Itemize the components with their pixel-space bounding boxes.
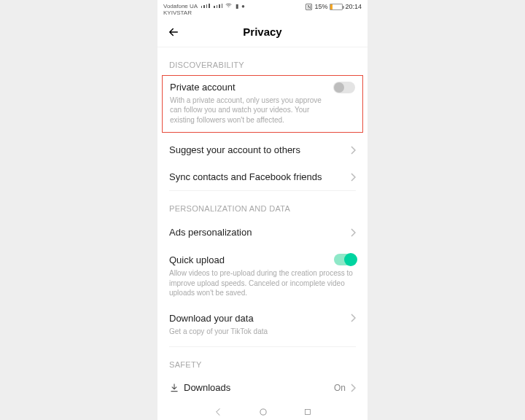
back-button[interactable] <box>166 25 181 39</box>
svg-rect-1 <box>306 410 311 415</box>
chat-icon: ● <box>241 3 245 9</box>
status-right: N 15% 20:14 <box>306 3 362 10</box>
sync-contacts-row[interactable]: Sync contacts and Facebook friends <box>158 163 368 190</box>
nav-recent-icon[interactable] <box>303 408 312 416</box>
battery-icon-small: ▮ <box>236 3 238 9</box>
download-data-row[interactable]: Download your data Get a copy of your Ti… <box>158 303 368 341</box>
nav-bar <box>158 404 368 420</box>
chevron-right-icon <box>350 228 356 237</box>
nav-home-icon[interactable] <box>258 407 268 417</box>
content[interactable]: DISCOVERABILITY Private account With a p… <box>158 47 368 420</box>
status-time: 20:14 <box>345 3 362 10</box>
page-title: Privacy <box>243 26 281 38</box>
chevron-right-icon <box>350 314 356 322</box>
private-account-desc: With a private account, only users you a… <box>170 96 333 125</box>
suggest-account-title: Suggest your account to others <box>169 144 300 155</box>
chevron-right-icon <box>350 384 356 392</box>
downloads-title: Downloads <box>184 382 230 393</box>
battery-icon <box>330 4 343 10</box>
status-bar: Vodafone UA ▮ ● KYIVSTAR N 15% 20:14 <box>158 0 368 18</box>
wifi-icon <box>225 3 233 9</box>
chevron-right-icon <box>350 173 356 182</box>
download-icon <box>169 383 179 393</box>
nav-back-icon[interactable] <box>213 407 223 417</box>
sync-contacts-title: Sync contacts and Facebook friends <box>169 171 322 182</box>
private-account-toggle[interactable] <box>333 82 355 93</box>
quick-upload-row[interactable]: Quick upload Allow videos to pre-upload … <box>158 246 368 303</box>
carrier-1: Vodafone UA <box>163 3 198 9</box>
private-account-row[interactable]: Private account With a private account, … <box>170 82 355 125</box>
highlighted-private-account: Private account With a private account, … <box>162 75 363 133</box>
download-data-desc: Get a copy of your TikTok data <box>169 327 356 337</box>
signal-icon <box>214 4 222 8</box>
status-left: Vodafone UA ▮ ● KYIVSTAR <box>163 3 245 17</box>
section-header-discoverability: DISCOVERABILITY <box>158 47 368 75</box>
quick-upload-toggle[interactable] <box>334 254 356 265</box>
signal-icon <box>201 4 210 8</box>
private-account-title: Private account <box>170 82 333 93</box>
ads-personalization-title: Ads personalization <box>169 227 252 238</box>
quick-upload-title: Quick upload <box>169 254 225 265</box>
phone-screen: Vodafone UA ▮ ● KYIVSTAR N 15% 20:14 Pri <box>158 0 368 420</box>
quick-upload-desc: Allow videos to pre-upload during the cr… <box>169 268 356 298</box>
section-header-personalization: PERSONALIZATION AND DATA <box>158 191 368 219</box>
download-data-title: Download your data <box>169 313 254 324</box>
nfc-icon: N <box>306 4 312 10</box>
suggest-account-row[interactable]: Suggest your account to others <box>158 133 368 163</box>
ads-personalization-row[interactable]: Ads personalization <box>158 219 368 246</box>
downloads-value: On <box>334 383 346 393</box>
section-header-safety: SAFETY <box>158 347 368 375</box>
downloads-row[interactable]: Downloads On <box>158 375 368 400</box>
header: Privacy <box>158 18 368 47</box>
arrow-left-icon <box>167 26 180 39</box>
chevron-right-icon <box>350 146 356 155</box>
battery-pct: 15% <box>314 3 327 10</box>
carrier-2: KYIVSTAR <box>163 10 245 17</box>
svg-point-0 <box>260 409 266 415</box>
